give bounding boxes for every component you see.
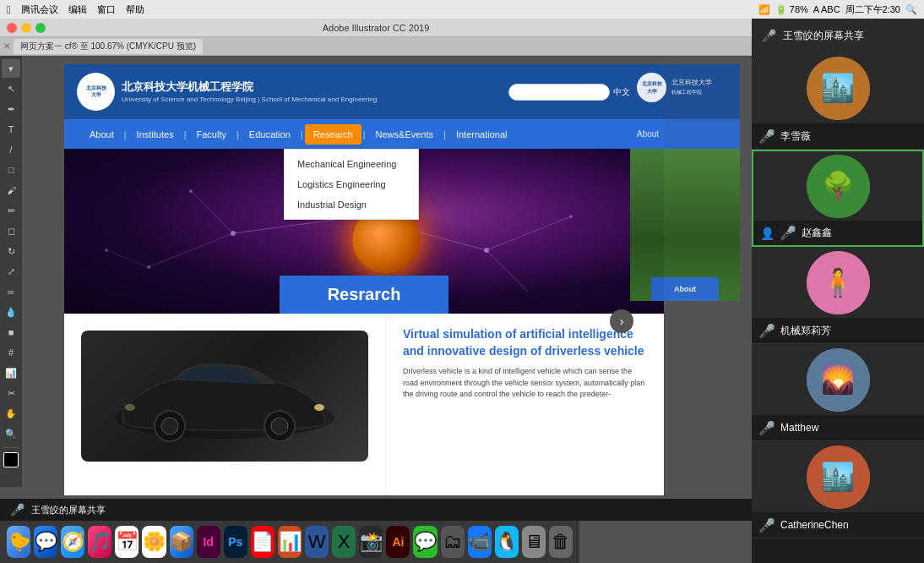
tool-zoom[interactable]: 🔍 <box>2 424 20 443</box>
window-controls[interactable] <box>7 23 46 33</box>
site-search[interactable]: 中文 <box>508 84 630 101</box>
dock-finder3[interactable]: 🖥 <box>522 526 546 558</box>
dock-finder2[interactable]: 🗂 <box>441 526 465 558</box>
tool-text[interactable]: T <box>2 120 20 139</box>
dock-calendar[interactable]: 📅 <box>115 526 139 558</box>
dropdown-mechanical[interactable]: Mechanical Engineering <box>285 154 418 174</box>
dock-ppt[interactable]: 📊 <box>278 526 302 558</box>
ai-titlebar: Adobe Illustrator CC 2019 <box>0 19 752 37</box>
tool-rotate[interactable]: ↻ <box>2 242 20 260</box>
dock-music[interactable]: 🎵 <box>88 526 111 558</box>
website-mockup-secondary: 北京科技大学 北京科技大学机械工程学院 About About <box>630 64 740 301</box>
nav-institutes[interactable]: Institutes <box>128 124 182 145</box>
ai-canvas[interactable]: 北京科技大学 北京科技大学机械工程学院 University of Scienc… <box>22 56 752 563</box>
dock-wechat[interactable]: 💬 <box>413 526 437 558</box>
tool-slice[interactable]: ✂ <box>2 384 20 402</box>
tool-rect[interactable]: □ <box>2 161 20 179</box>
dock-indesign[interactable]: Id <box>197 526 220 558</box>
dropdown-logistics[interactable]: Logistics Engineering <box>285 174 418 194</box>
close-button[interactable] <box>7 23 17 33</box>
mac-dock: 🐤 💬 🧭 🎵 📅 🌼 📦 Id Ps 📄 📊 W X 📸 Ai 💬 🗂 📹 🐧… <box>0 521 579 563</box>
svg-point-13 <box>147 265 150 269</box>
site2-header: 北京科技大学 北京科技大学机械工程学院 <box>630 64 740 119</box>
svg-point-15 <box>105 249 108 252</box>
dock-word[interactable]: W <box>305 526 329 558</box>
svg-line-4 <box>149 233 233 267</box>
mic-off-icon-matthew: 🎤 <box>758 420 775 436</box>
tool-eraser[interactable]: ◻ <box>2 221 20 240</box>
menu-window[interactable]: 窗口 <box>97 3 116 16</box>
search-icon[interactable]: 🔍 <box>905 4 917 15</box>
maximize-button[interactable] <box>35 23 46 33</box>
ai-document-tab[interactable]: 网页方案一 cf® 至 100.67% (CMYK/CPU 预览) <box>14 39 203 54</box>
nav-international[interactable]: International <box>448 124 516 145</box>
dock-safari[interactable]: 🧭 <box>61 526 84 558</box>
site2-nav-about: About <box>637 129 659 139</box>
svg-line-5 <box>106 250 149 267</box>
tool-scale[interactable]: ⤢ <box>2 262 20 281</box>
tool-hand[interactable]: ✋ <box>2 404 20 423</box>
site-content: Virtual simulation of artificial intelli… <box>64 314 664 495</box>
tool-pencil[interactable]: ✏ <box>2 201 20 220</box>
participant-name-li: 李雪薇 <box>780 129 811 144</box>
tool-brush[interactable]: 🖌 <box>2 181 20 200</box>
dock-tencent[interactable]: 💬 <box>34 526 57 558</box>
dock-qq[interactable]: 🐧 <box>495 526 519 558</box>
tool-pen[interactable]: ✒ <box>2 100 20 118</box>
tool-select[interactable]: ▾ <box>2 59 20 78</box>
next-slide-button[interactable]: › <box>610 309 633 333</box>
nav-news[interactable]: News&Events <box>367 124 442 145</box>
fill-color[interactable] <box>3 452 19 467</box>
tool-line[interactable]: / <box>2 140 20 159</box>
dropdown-industrial[interactable]: Industrial Design <box>285 194 418 215</box>
tool-blend[interactable]: ∞ <box>2 282 20 301</box>
participant-avatar-li: 🏙️ <box>752 52 924 123</box>
participant-info-matthew: 🎤 Matthew <box>752 415 924 440</box>
menu-help[interactable]: 帮助 <box>126 3 144 16</box>
avatar-catherine: 🏙️ <box>807 445 870 509</box>
svg-line-7 <box>486 250 529 292</box>
dock-capture[interactable]: 📸 <box>359 526 383 558</box>
nav-faculty[interactable]: Faculty <box>188 124 235 145</box>
search-box[interactable] <box>508 84 610 101</box>
dock-photos[interactable]: 🌼 <box>142 526 166 558</box>
dock-trash[interactable]: 🗑 <box>549 526 573 558</box>
participant-card-zhao: 🌳 👤 🎤 赵鑫鑫 <box>752 150 924 247</box>
menu-edit[interactable]: 编辑 <box>68 3 87 16</box>
dock-finder[interactable]: 🐤 <box>7 526 30 558</box>
tool-chart[interactable]: 📊 <box>2 363 20 382</box>
dock-acrobat[interactable]: 📄 <box>251 526 274 558</box>
participant-info-zhao: 👤 🎤 赵鑫鑫 <box>753 221 922 245</box>
language-button[interactable]: 中文 <box>613 86 630 98</box>
minimize-button[interactable] <box>21 23 31 33</box>
avatar-image-catherine: 🏙️ <box>807 445 870 509</box>
person-icon-zhao: 👤 <box>760 227 775 240</box>
tool-gradient[interactable]: ■ <box>2 323 20 342</box>
site-header: 北京科技大学 北京科技大学机械工程学院 University of Scienc… <box>64 64 664 119</box>
car-image <box>81 331 368 462</box>
nav-research[interactable]: Research <box>305 124 361 145</box>
dock-tencent-meet[interactable]: 📹 <box>468 526 492 558</box>
screen-share-label-bar: 🎤 王雪皎的屏幕共享 <box>0 499 752 521</box>
svg-text:🌄: 🌄 <box>821 363 855 396</box>
svg-point-11 <box>189 189 193 193</box>
tool-direct-select[interactable]: ↖ <box>2 79 20 98</box>
dock-illustrator[interactable]: Ai <box>386 526 410 558</box>
nav-about[interactable]: About <box>81 124 122 145</box>
app-name-menu[interactable]: 腾讯会议 <box>21 3 58 16</box>
tool-mesh[interactable]: # <box>2 343 20 362</box>
avatar-matthew: 🌄 <box>807 348 870 412</box>
university-name: 北京科技大学机械工程学院 University of Science and T… <box>122 79 377 104</box>
tool-eyedropper[interactable]: 💧 <box>2 303 20 321</box>
close-tab-icon[interactable]: ✕ <box>3 41 10 51</box>
clock: 周二下午2:30 <box>845 3 900 16</box>
participant-avatar-matthew: 🌄 <box>752 344 924 415</box>
nav-education[interactable]: Education <box>241 124 299 145</box>
dock-excel[interactable]: X <box>332 526 356 558</box>
panel-header: 🎤 王雪皎的屏幕共享 <box>752 19 924 52</box>
mac-menubar:  腾讯会议 编辑 窗口 帮助 📶 🔋 78% A ABC 周二下午2:30 🔍 <box>0 0 924 19</box>
university-logo: 北京科技大学 <box>77 73 115 111</box>
dock-appstore[interactable]: 📦 <box>170 526 193 558</box>
site-logo: 北京科技大学 北京科技大学机械工程学院 University of Scienc… <box>77 73 377 111</box>
dock-photoshop[interactable]: Ps <box>224 526 247 558</box>
